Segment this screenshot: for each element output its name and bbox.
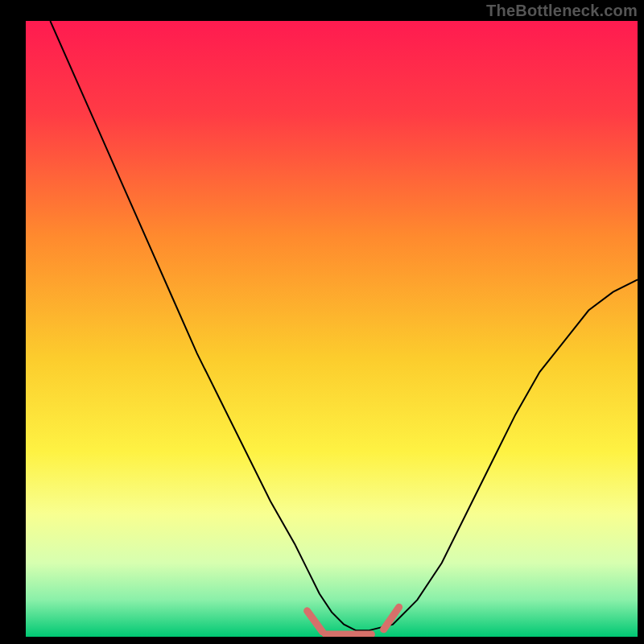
chart-frame: TheBottleneck.com	[0, 0, 644, 644]
plot-svg	[26, 21, 638, 637]
plot-area	[26, 21, 638, 637]
gradient-background	[26, 21, 638, 637]
watermark-text: TheBottleneck.com	[486, 2, 638, 20]
